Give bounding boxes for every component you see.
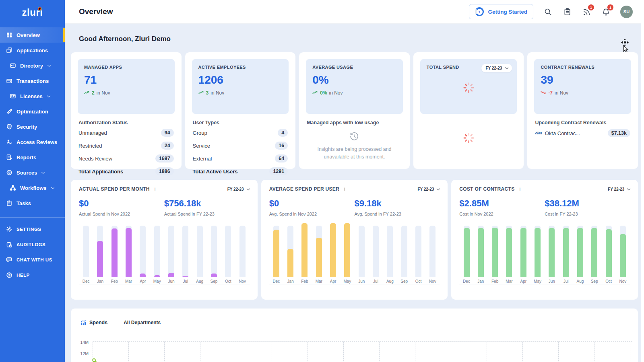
- sidebar-item-optimization[interactable]: Optimization: [0, 104, 65, 119]
- fy-dropdown[interactable]: FY 22-23: [417, 187, 440, 191]
- renewal-row-okta[interactable]: okta Okta Contrac... $7.13k: [534, 126, 631, 140]
- tasks-icon: [6, 200, 12, 207]
- bar-jun[interactable]: Jun: [545, 223, 559, 284]
- sidebar-item-licenses[interactable]: Licenses: [0, 88, 65, 104]
- bar-jul[interactable]: Jul: [559, 223, 573, 284]
- okta-logo: okta: [535, 131, 542, 135]
- sidebar-item-label: Sources: [17, 170, 37, 176]
- bar-apr[interactable]: Apr: [326, 223, 340, 284]
- trend-up-icon: [312, 90, 318, 96]
- bar-dec[interactable]: Dec: [459, 223, 473, 284]
- sidebar-item-chat-with-us[interactable]: CHAT WITH US: [0, 252, 65, 267]
- grid-vline: [415, 341, 415, 362]
- bar-may[interactable]: May: [530, 223, 545, 284]
- bar-jun[interactable]: Jun: [164, 223, 178, 284]
- bar-apr[interactable]: Apr: [516, 223, 530, 284]
- x-tick-label: Aug: [577, 279, 584, 284]
- sidebar-item-applications[interactable]: Applications: [0, 43, 65, 58]
- sidebar-item-help[interactable]: ? HELP: [0, 267, 65, 283]
- svg-text:?: ?: [8, 274, 10, 277]
- bar-jul[interactable]: Jul: [178, 223, 192, 284]
- x-tick-label: Oct: [415, 279, 422, 284]
- sidebar-item-transactions[interactable]: Transactions: [0, 73, 65, 88]
- brand-logo[interactable]: zluri: [0, 0, 65, 25]
- bar-dec[interactable]: Dec: [79, 223, 93, 284]
- stat-current-value: $0: [269, 198, 355, 209]
- x-tick-label: Jul: [183, 279, 188, 284]
- bar-feb[interactable]: Feb: [297, 223, 312, 284]
- sidebar-item-auditlogs[interactable]: AUDITLOGS: [0, 237, 65, 252]
- user-avatar[interactable]: SU: [620, 6, 633, 18]
- x-tick-label: Jul: [564, 279, 569, 284]
- bar-feb[interactable]: Feb: [488, 223, 502, 284]
- bar-mar[interactable]: Mar: [502, 223, 516, 284]
- task-clipboard-icon[interactable]: [562, 7, 572, 16]
- bar-feb[interactable]: Feb: [107, 223, 122, 284]
- average-usage-value: 0%: [312, 74, 396, 86]
- stat-row-label: Service: [193, 143, 210, 149]
- chevron-down-icon: [47, 63, 51, 66]
- average-usage-title: AVERAGE USAGE: [312, 65, 396, 70]
- sidebar-item-workflows[interactable]: Workflows: [0, 180, 65, 195]
- sidebar-item-overview[interactable]: Overview: [0, 27, 65, 43]
- search-icon[interactable]: [543, 7, 553, 16]
- grid-vline: [93, 341, 93, 362]
- bar-aug[interactable]: Aug: [193, 223, 207, 284]
- bar-jun[interactable]: Jun: [355, 223, 369, 284]
- grid-icon: [6, 32, 12, 39]
- chevron-down-icon: [164, 320, 167, 323]
- access-reviews-icon: [6, 139, 12, 146]
- app-root: zluri Overview Applications Directory Tr…: [0, 0, 644, 362]
- getting-started-button[interactable]: 1 Getting Started: [469, 4, 533, 19]
- sidebar-item-tasks[interactable]: Tasks: [0, 195, 65, 211]
- info-icon[interactable]: i: [519, 186, 520, 192]
- bar-jul[interactable]: Jul: [369, 223, 383, 284]
- bar-mar[interactable]: Mar: [312, 223, 326, 284]
- sidebar-item-reports[interactable]: Reports: [0, 150, 65, 165]
- total-spend-fy-dropdown[interactable]: FY 22-23: [481, 64, 512, 72]
- fy-dropdown[interactable]: FY 22-23: [608, 187, 630, 191]
- directory-icon: [9, 62, 16, 69]
- sidebar-item-access-reviews[interactable]: Access Reviews: [0, 134, 65, 150]
- bar-sep[interactable]: Sep: [587, 223, 601, 284]
- bar-nov[interactable]: Nov: [235, 223, 249, 284]
- grid-vline: [594, 341, 594, 362]
- stat-current-label: Cost in Nov 2022: [459, 212, 545, 216]
- bar-mar[interactable]: Mar: [122, 223, 136, 284]
- bar-sep[interactable]: Sep: [207, 223, 221, 284]
- grid-vline: [558, 341, 559, 362]
- chart-icon: [80, 320, 86, 325]
- sidebar-item-label: Workflows: [20, 185, 47, 191]
- bar-dec[interactable]: Dec: [269, 223, 283, 284]
- bar-aug[interactable]: Aug: [573, 223, 587, 284]
- bar-jan[interactable]: Jan: [283, 223, 297, 284]
- bar-oct[interactable]: Oct: [601, 223, 615, 284]
- bar-oct[interactable]: Oct: [221, 223, 235, 284]
- info-icon[interactable]: i: [344, 186, 345, 192]
- chart-card-average-spend-per-user: AVERAGE SPEND PER USER i FY 22-23 $0Avg.…: [261, 180, 448, 300]
- bar-sep[interactable]: Sep: [397, 223, 411, 284]
- bar-may[interactable]: May: [150, 223, 164, 284]
- fy-dropdown[interactable]: FY 22-23: [227, 187, 250, 191]
- bar-apr[interactable]: Apr: [136, 223, 150, 284]
- sidebar-item-security[interactable]: Security: [0, 119, 65, 134]
- departments-dropdown[interactable]: All Departments: [124, 320, 167, 325]
- bar-jan[interactable]: Jan: [93, 223, 107, 284]
- bar-nov[interactable]: Nov: [425, 223, 440, 284]
- card-contract-renewals: CONTRACT RENEWALS 39 -7in Nov Upcoming C…: [527, 52, 638, 169]
- bar-nov[interactable]: Nov: [616, 223, 630, 284]
- whats-new-broadcast-icon[interactable]: 1: [582, 7, 591, 16]
- bar-may[interactable]: May: [340, 223, 354, 284]
- notifications-bell-icon[interactable]: 1: [601, 7, 611, 16]
- transactions-icon: [6, 78, 12, 84]
- info-icon[interactable]: i: [155, 186, 156, 192]
- licenses-icon: [9, 93, 16, 100]
- bar-aug[interactable]: Aug: [383, 223, 397, 284]
- bar-oct[interactable]: Oct: [411, 223, 425, 284]
- sidebar-item-sources[interactable]: Sources: [0, 165, 65, 180]
- scrollbar-track[interactable]: [641, 0, 644, 362]
- sidebar-item-directory[interactable]: Directory: [0, 58, 65, 73]
- stat-fy-label: Cost in FY 22-23: [545, 212, 630, 216]
- sidebar-item-settings[interactable]: SETTINGS: [0, 222, 65, 237]
- bar-jan[interactable]: Jan: [474, 223, 488, 284]
